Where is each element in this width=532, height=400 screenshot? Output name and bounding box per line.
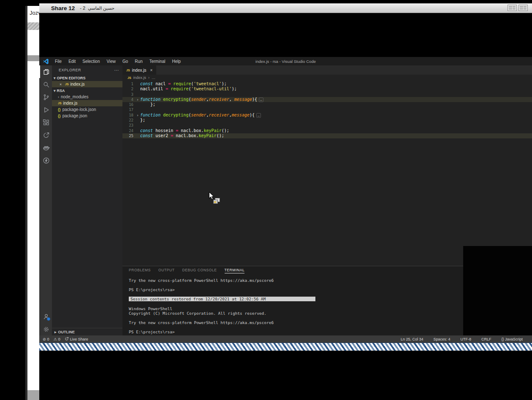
chevron-right-icon: › [58, 95, 59, 99]
file-item-index-js[interactable]: JSindex.js [52, 100, 122, 106]
tab-label: index.js [132, 68, 147, 73]
background-window-title: Jozv [27, 6, 39, 22]
menu-file[interactable]: File [52, 59, 65, 64]
vscode-window: FileEditSelectionViewGoRunTerminalHelpin… [39, 57, 532, 343]
close-editor-icon[interactable]: × [60, 82, 63, 86]
gutter-space [135, 102, 140, 107]
line-number: 1 [122, 81, 135, 86]
line-number: 25 [122, 133, 135, 138]
folder-file-list: ›node_modulesJSindex.js{}package-lock.js… [52, 94, 122, 119]
menu-help[interactable]: Help [169, 59, 185, 64]
menu-edit[interactable]: Edit [65, 59, 79, 64]
breadcrumb-symbol[interactable]: … [152, 76, 155, 80]
sidebar-spacer [52, 119, 122, 328]
menu-view[interactable]: View [103, 59, 119, 64]
breadcrumb-file[interactable]: index.js [133, 76, 147, 80]
code-text: }; [140, 102, 532, 107]
files-icon[interactable] [39, 65, 52, 78]
code-line[interactable]: 17 [122, 107, 532, 112]
code-line[interactable]: 22}; [122, 118, 532, 123]
menu-selection[interactable]: Selection [79, 59, 103, 64]
menu-run[interactable]: Run [131, 59, 146, 64]
code-line[interactable]: 24const hossein = nacl.box.keyPair(); [122, 128, 532, 133]
code-line[interactable]: 2nacl.util = require('tweetnacl-util'); [122, 86, 532, 92]
code-line[interactable]: 4›function encrypting(sender,receiver, m… [122, 97, 532, 102]
open-editors-label: OPEN EDITORS [57, 76, 86, 80]
docker-icon[interactable] [39, 141, 52, 154]
view-grid-button-2[interactable] [518, 5, 528, 11]
lightning-icon[interactable] [39, 154, 52, 167]
fold-chevron-icon[interactable]: › [135, 97, 140, 102]
open-editors-section[interactable]: ▾ OPEN EDITORS [52, 75, 122, 81]
line-number: 22 [122, 118, 135, 123]
error-circle-icon: ⊘ [43, 337, 46, 341]
settings-gear-icon[interactable] [39, 323, 52, 335]
breadcrumb[interactable]: JS index.js › … [122, 75, 532, 81]
status-live-share[interactable]: Live Share [65, 337, 88, 342]
code-text: }; [140, 118, 532, 123]
panel-tab-terminal[interactable]: TERMINAL [225, 268, 245, 273]
chevron-right-icon: ▸ [54, 330, 57, 334]
explorer-header: EXPLORER ⋯ [52, 65, 122, 75]
status-crlf[interactable]: CRLF [481, 337, 491, 341]
outline-section[interactable]: ▸ OUTLINE [52, 328, 122, 335]
code-text: function decrypting(sender,receiver,mess… [140, 113, 532, 118]
panel-tab-debug-console[interactable]: DEBUG CONSOLE [182, 268, 217, 273]
explorer-header-label: EXPLORER [59, 68, 81, 72]
fold-chevron-icon[interactable]: › [135, 113, 140, 118]
source-control-icon[interactable] [39, 91, 52, 103]
share-window: Share 12 - 2 حسين الماسي FileEditSelecti… [39, 3, 532, 350]
code-line[interactable]: 25const user2 = nacl.box.keyPair(); [122, 133, 532, 138]
menu-go[interactable]: Go [119, 59, 131, 64]
code-line[interactable]: 18›function decrypting(sender,receiver,m… [122, 113, 532, 118]
folded-code-icon[interactable]: … [259, 97, 263, 102]
folder-section[interactable]: ▾ RSA [52, 87, 122, 94]
share-window-titlebar[interactable]: Share 12 - 2 حسين الماسي [39, 3, 532, 13]
account-icon[interactable] [39, 310, 52, 323]
line-number: 16 [122, 102, 135, 107]
background-window: Jozv [25, 6, 39, 400]
explorer-sidebar: EXPLORER ⋯ ▾ OPEN EDITORS ×JSindex.js ▾ … [52, 65, 122, 335]
tab-indexjs[interactable]: JS index.js × [122, 65, 156, 75]
status-bar: ⊘0⚠0Live ShareLn 25, Col 34Spaces: 4UTF-… [39, 335, 532, 343]
status-error[interactable]: ⊘0 [43, 337, 49, 341]
status-ln-25-col-34[interactable]: Ln 25, Col 34 [401, 337, 423, 341]
code-line[interactable]: 23 [122, 123, 532, 128]
file-item-node_modules[interactable]: ›node_modules [52, 94, 122, 100]
code-area[interactable]: 1const nacl = require('tweetnacl');2nacl… [122, 81, 532, 138]
code-line[interactable]: 16 }; [122, 102, 532, 107]
code-line[interactable]: 1const nacl = require('tweetnacl'); [122, 81, 532, 86]
view-grid-button-1[interactable] [508, 5, 517, 11]
line-number: 24 [122, 128, 135, 133]
live-share-icon[interactable] [39, 129, 52, 141]
status-label: Live Share [70, 337, 88, 341]
status-spaces-4[interactable]: Spaces: 4 [433, 337, 450, 341]
breadcrumb-separator-icon: › [148, 76, 149, 80]
run-debug-icon[interactable] [39, 103, 52, 116]
code-line[interactable]: 3 [122, 92, 532, 97]
more-actions-icon[interactable]: ⋯ [114, 68, 119, 73]
file-item-package-lock-json[interactable]: {}package-lock.json [52, 106, 122, 113]
panel-tab-problems[interactable]: PROBLEMS [129, 268, 151, 273]
share-border-pattern [39, 343, 532, 351]
code-text: const hossein = nacl.box.keyPair(); [140, 128, 532, 133]
status--javascript[interactable]: {} JavaScript [501, 337, 523, 341]
search-icon[interactable] [39, 78, 52, 91]
warning-icon: ⚠ [54, 337, 57, 341]
close-tab-icon[interactable]: × [150, 68, 152, 73]
background-window-band [27, 55, 39, 61]
share-window-buttons [508, 5, 528, 11]
gutter-space [135, 81, 140, 86]
folded-code-icon[interactable]: … [256, 113, 261, 118]
chevron-down-icon: ▾ [54, 89, 56, 93]
vscode-main: EXPLORER ⋯ ▾ OPEN EDITORS ×JSindex.js ▾ … [39, 65, 532, 335]
extensions-icon[interactable] [39, 116, 52, 129]
menu-terminal[interactable]: Terminal [146, 59, 169, 64]
share-presenter-name: حسين الماسي [88, 5, 114, 11]
status-utf-8[interactable]: UTF-8 [460, 337, 471, 341]
file-item-package-json[interactable]: {}package.json [52, 113, 122, 119]
panel-tab-output[interactable]: OUTPUT [158, 268, 175, 273]
file-item-index-js[interactable]: ×JSindex.js [52, 81, 122, 87]
editor-tab-bar: JS index.js × [122, 65, 532, 75]
status-warning[interactable]: ⚠0 [54, 337, 60, 341]
